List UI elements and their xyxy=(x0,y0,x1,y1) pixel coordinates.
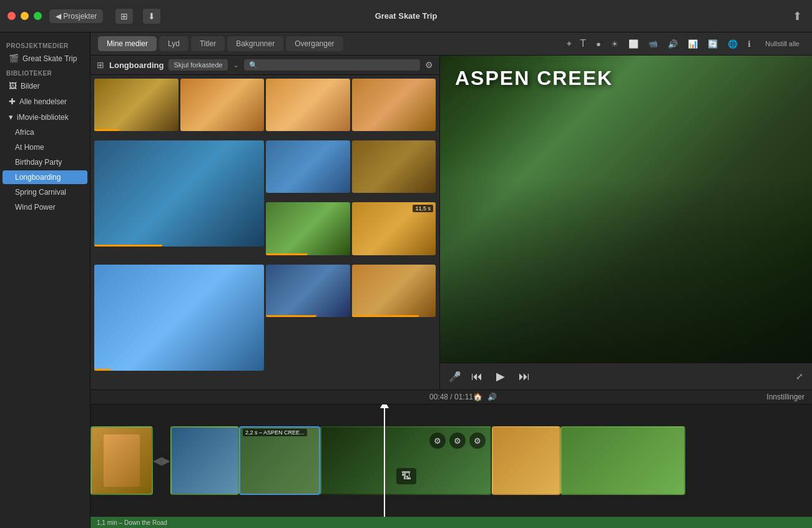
fullscreen-button[interactable]: ⤢ xyxy=(796,371,803,381)
playhead xyxy=(384,404,385,517)
media-thumb-7[interactable] xyxy=(352,140,436,193)
clip-icon-2[interactable]: ⚙ xyxy=(449,433,466,449)
sidebar-item-great-skate-trip[interactable]: 🎬 Great Skate Trip xyxy=(2,51,87,66)
tab-lyd[interactable]: Lyd xyxy=(159,36,188,51)
media-thumb-8[interactable] xyxy=(266,202,350,255)
tab-mine-medier[interactable]: Mine medier xyxy=(98,36,157,51)
timeline-clip-1[interactable] xyxy=(90,426,153,495)
project-section-label: PROSJEKTMEDIER xyxy=(0,39,90,51)
duration-badge: 11,5 s xyxy=(413,205,433,212)
sidebar-spring-carnival-label: Spring Carnival xyxy=(15,188,66,197)
sidebar-imovie-label: iMovie-bibliotek xyxy=(17,113,69,122)
sidebar: PROSJEKTMEDIER 🎬 Great Skate Trip BIBLIO… xyxy=(0,32,90,528)
sidebar-item-alle-hendelser[interactable]: ✚ Alle hendelser xyxy=(2,94,87,109)
film-icon: 🎬 xyxy=(9,54,19,63)
sidebar-alle-hendelser-label: Alle hendelser xyxy=(19,97,67,106)
sidebar-item-africa[interactable]: Africa xyxy=(2,125,87,139)
play-button[interactable]: ▶ xyxy=(492,368,509,384)
media-thumb-1[interactable] xyxy=(94,79,179,131)
timeline-header: 00:48 / 01:11 🏠 🔊 Innstillinger xyxy=(90,390,812,404)
clip-inner-icon: 🏗 xyxy=(396,468,416,484)
filter-chevron-icon: ⌄ xyxy=(233,61,239,69)
grid-view-toggle[interactable]: ⊞ xyxy=(97,60,104,70)
close-button[interactable] xyxy=(7,12,16,20)
clip-action-icons: ⚙ ⚙ ⚙ xyxy=(429,433,486,449)
clip-icon-1[interactable]: ⚙ xyxy=(429,433,446,449)
minimize-button[interactable] xyxy=(21,12,29,20)
media-thumb-9[interactable]: 11,5 s xyxy=(352,202,436,255)
reset-all-button[interactable]: Nullstill alle xyxy=(760,38,805,49)
sidebar-item-birthday-party[interactable]: Birthday Party xyxy=(2,155,87,169)
download-button[interactable]: ⬇ xyxy=(143,9,160,24)
chart-tool-button[interactable]: 📊 xyxy=(685,37,701,51)
maximize-button[interactable] xyxy=(34,12,42,20)
timeline-track-area[interactable]: ◀▶ 2,2 s – ASPEN CREE... ⚙ ⚙ xyxy=(90,404,812,517)
skip-forward-button[interactable]: ⏭ xyxy=(515,369,534,384)
media-thumb-4[interactable] xyxy=(352,79,436,131)
timeline-settings-button[interactable]: Innstillinger xyxy=(766,393,805,401)
timeline-clip-3[interactable]: 2,2 s – ASPEN CREE... xyxy=(239,426,320,495)
media-thumb-5-large[interactable] xyxy=(94,140,264,247)
media-thumb-2[interactable] xyxy=(180,79,265,131)
browser-search-input[interactable] xyxy=(244,59,420,71)
back-button[interactable]: ◀ Prosjekter xyxy=(49,9,103,23)
globe-tool-button[interactable]: 🌐 xyxy=(725,37,741,51)
color-tool-button[interactable]: ● xyxy=(593,37,604,51)
sidebar-at-home-label: At Home xyxy=(15,143,44,152)
plus-icon: ✚ xyxy=(9,97,16,106)
sidebar-item-bilder[interactable]: 🖼 Bilder xyxy=(2,79,87,93)
sidebar-africa-label: Africa xyxy=(15,128,34,137)
chevron-icon: ▾ xyxy=(9,112,13,122)
filter-tool-button[interactable]: ☀ xyxy=(608,37,622,51)
clip-label: 2,2 s – ASPEN CREE... xyxy=(243,429,307,436)
tab-bakgrunner[interactable]: Bakgrunner xyxy=(227,36,283,51)
magic-wand-icon[interactable]: ✦ xyxy=(565,39,573,49)
media-thumb-3[interactable] xyxy=(266,79,350,131)
skip-back-button[interactable]: ⏮ xyxy=(467,369,486,384)
timeline-clip-5[interactable] xyxy=(492,426,560,495)
media-thumb-13[interactable] xyxy=(352,265,436,317)
tab-titler[interactable]: Titler xyxy=(191,36,225,51)
sidebar-item-spring-carnival[interactable]: Spring Carnival xyxy=(2,185,87,199)
sidebar-item-imovie[interactable]: ▾ iMovie-bibliotek xyxy=(2,110,87,124)
audio-tool-button[interactable]: 🔊 xyxy=(665,37,681,51)
share-button[interactable]: ⬆ xyxy=(790,7,805,26)
timeline-clip-4[interactable]: ⚙ ⚙ ⚙ 🏗 xyxy=(320,426,492,495)
sidebar-birthday-party-label: Birthday Party xyxy=(15,158,62,167)
sidebar-bilder-label: Bilder xyxy=(21,82,40,90)
timeline-clip-2[interactable] xyxy=(170,426,239,495)
middle-section: ⊞ Longboarding Skjul forkastede ⌄ ⚙ xyxy=(90,56,812,389)
text-tool-button[interactable]: T xyxy=(577,36,589,51)
project-item-label: Great Skate Trip xyxy=(22,54,77,63)
filter-button[interactable]: Skjul forkastede xyxy=(169,59,227,71)
browser-settings-button[interactable]: ⚙ xyxy=(425,60,433,70)
rotate-tool-button[interactable]: 🔄 xyxy=(705,37,721,51)
browser-header: ⊞ Longboarding Skjul forkastede ⌄ ⚙ xyxy=(90,56,439,75)
video-tool-button[interactable]: 📹 xyxy=(645,37,661,50)
timeline-status-text: 1,1 min – Down the Road xyxy=(97,519,167,526)
timeline-clip-6[interactable] xyxy=(560,426,685,495)
main-content: PROSJEKTMEDIER 🎬 Great Skate Trip BIBLIO… xyxy=(0,32,812,528)
sidebar-item-longboarding[interactable]: Longboarding xyxy=(2,170,87,184)
tab-overganger[interactable]: Overganger xyxy=(286,36,343,51)
info-tool-button[interactable]: ℹ xyxy=(745,37,754,51)
window-controls xyxy=(7,12,42,20)
sidebar-item-at-home[interactable]: At Home xyxy=(2,140,87,154)
browser-title: Longboarding xyxy=(109,61,164,70)
preview-pane: ASPEN CREEK 🎤 ⏮ ▶ ⏭ ⤢ xyxy=(440,56,812,389)
timeline-time: 00:48 / 01:11 xyxy=(429,393,473,401)
titlebar: ◀ Prosjekter ⊞ ⬇ Great Skate Trip ⬆ xyxy=(0,0,812,32)
timeline-tracks: ◀▶ 2,2 s – ASPEN CREE... ⚙ ⚙ xyxy=(90,417,812,504)
media-thumb-11-large[interactable] xyxy=(94,265,264,371)
clip-icon-3[interactable]: ⚙ xyxy=(469,433,486,449)
media-thumb-6[interactable] xyxy=(266,140,350,193)
timeline-status-bar: 1,1 min – Down the Road xyxy=(90,517,812,528)
crop-tool-button[interactable]: ⬜ xyxy=(625,37,642,51)
sidebar-item-wind-power[interactable]: Wind Power xyxy=(2,200,87,214)
preview-controls: 🎤 ⏮ ▶ ⏭ ⤢ xyxy=(440,363,812,389)
sidebar-longboarding-label: Longboarding xyxy=(15,173,61,182)
media-grid: 11,5 s xyxy=(90,75,439,389)
grid-view-button[interactable]: ⊞ xyxy=(115,9,133,24)
microphone-icon[interactable]: 🎤 xyxy=(449,371,461,383)
media-thumb-12[interactable] xyxy=(266,265,350,317)
